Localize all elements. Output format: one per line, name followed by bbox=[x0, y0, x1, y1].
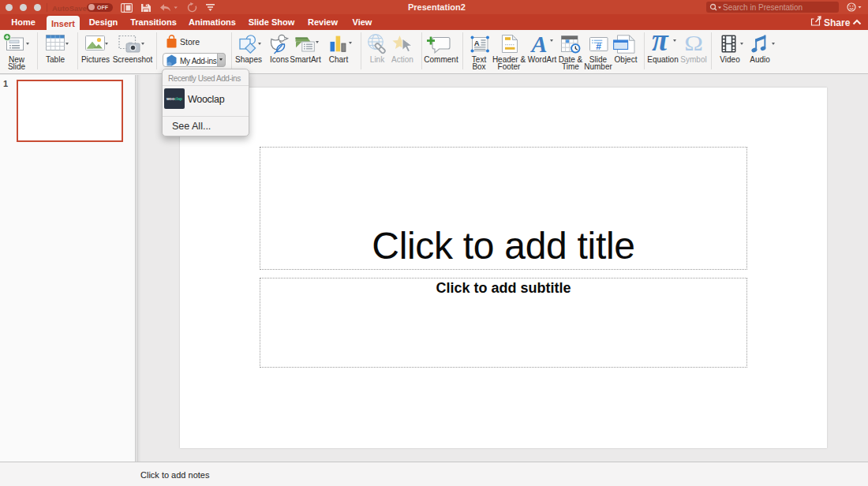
svg-text:A: A bbox=[474, 39, 480, 47]
svg-text:Ω: Ω bbox=[684, 35, 703, 52]
svg-text:A: A bbox=[530, 33, 548, 54]
svg-text:#: # bbox=[596, 41, 601, 51]
svg-text:π: π bbox=[652, 35, 669, 52]
